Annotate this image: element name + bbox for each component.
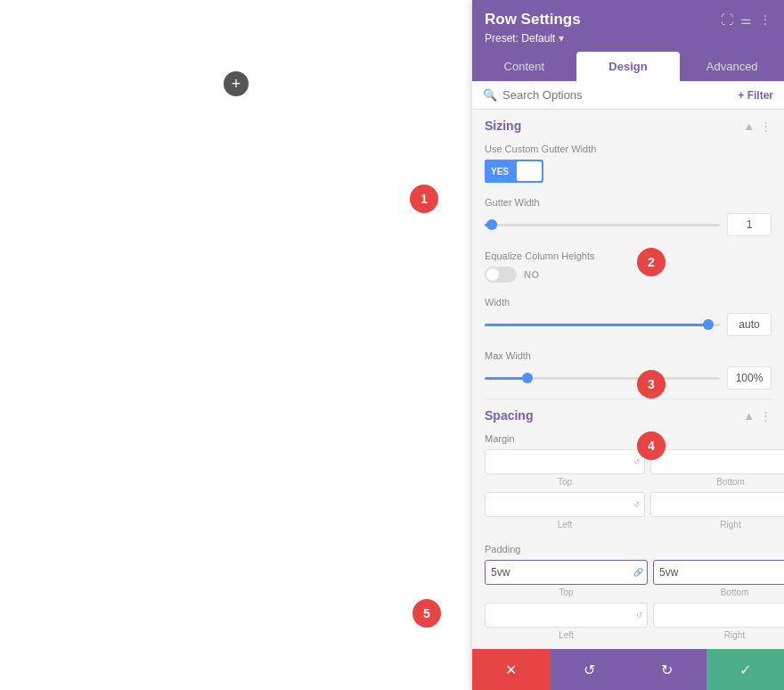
spacing-section-header: Spacing ▲ ⋮	[472, 399, 784, 428]
spacing-title: Spacing	[485, 408, 533, 423]
padding-bottom-input-row: 🔗	[653, 560, 784, 585]
margin-left-link-icon[interactable]: ↺	[630, 500, 644, 509]
step-badge-5: 5	[412, 599, 441, 628]
margin-left-input-row: ↺	[485, 492, 645, 517]
gutter-width-track[interactable]	[485, 224, 720, 226]
margin-label: Margin	[485, 433, 772, 444]
search-input[interactable]	[502, 88, 732, 102]
cancel-icon: ✕	[505, 661, 517, 678]
max-width-label: Max Width	[485, 350, 772, 361]
more-options-icon[interactable]: ⋮	[759, 12, 772, 27]
toggle-yes-no[interactable]: YES	[485, 160, 543, 183]
equalize-heights-toggle: NO	[485, 267, 772, 283]
sizing-title: Sizing	[485, 119, 521, 133]
custom-gutter-toggle[interactable]: YES	[485, 160, 772, 183]
padding-label: Padding	[485, 544, 772, 554]
padding-right-cell: ↺ Right	[653, 603, 784, 640]
width-thumb[interactable]	[703, 319, 714, 330]
tab-advanced[interactable]: Advanced	[680, 52, 784, 81]
padding-left-link-icon[interactable]: ↺	[633, 611, 647, 620]
margin-bottom-input-row: ↺	[650, 449, 784, 474]
padding-bottom-input[interactable]	[654, 566, 784, 579]
sizing-section-controls: ▲ ⋮	[743, 119, 772, 133]
margin-grid: ↺ Top ↺ Bottom ↺	[485, 449, 772, 530]
margin-left-cell: ↺ Left	[485, 492, 645, 530]
redo-button[interactable]: ↻	[628, 649, 706, 690]
margin-right-label: Right	[720, 520, 740, 530]
sizing-section-header: Sizing ▲ ⋮	[472, 110, 784, 138]
margin-bottom-cell: ↺ Bottom	[650, 449, 784, 487]
width-track[interactable]	[485, 324, 720, 326]
custom-gutter-field: Use Custom Gutter Width YES	[472, 138, 784, 192]
margin-field: Margin ↺ Top ↺ Bottom	[472, 428, 784, 538]
margin-right-cell: ↺ Right	[650, 492, 784, 530]
panel-preset: Preset: Default ▾	[485, 32, 772, 45]
gutter-width-slider-row: 1	[485, 213, 772, 236]
sizing-collapse-icon[interactable]: ▲	[743, 119, 755, 133]
spacing-section: Spacing ▲ ⋮ Margin ↺ Top	[472, 399, 784, 649]
reset-icon: ↺	[584, 661, 595, 678]
padding-left-input-row: ↺	[485, 603, 648, 628]
cancel-button[interactable]: ✕	[472, 649, 551, 690]
margin-left-input[interactable]	[486, 498, 630, 511]
padding-top-label: Top	[559, 587, 573, 597]
resize-icon[interactable]: ⛶	[721, 12, 733, 27]
filter-button[interactable]: + Filter	[738, 89, 773, 102]
max-width-fill	[485, 377, 527, 380]
save-icon: ✓	[739, 661, 751, 678]
max-width-thumb[interactable]	[522, 373, 533, 383]
tab-content[interactable]: Content	[472, 52, 576, 81]
padding-left-label: Left	[559, 630, 574, 640]
toggle-no-label: NO	[524, 269, 540, 280]
equalize-heights-field: Equalize Column Heights NO	[472, 245, 784, 292]
padding-right-label: Right	[724, 630, 745, 640]
max-width-value[interactable]: 100%	[727, 366, 772, 390]
padding-top-cell: 🔗 Top	[485, 560, 648, 597]
margin-top-input[interactable]	[486, 456, 630, 468]
gutter-width-value[interactable]: 1	[727, 213, 772, 236]
margin-top-label: Top	[558, 477, 572, 487]
padding-bottom-cell: 🔗 Bottom	[653, 560, 784, 597]
panel-title: Row Settings	[485, 11, 581, 29]
toggle-off-knob[interactable]	[485, 267, 517, 283]
width-fill	[485, 324, 708, 326]
margin-top-input-row: ↺	[485, 449, 645, 474]
reset-button[interactable]: ↺	[551, 649, 629, 690]
padding-top-input-row: 🔗	[485, 560, 648, 585]
sizing-section: Sizing ▲ ⋮ Use Custom Gutter Width YES	[472, 110, 784, 398]
padding-bottom-label: Bottom	[721, 587, 749, 597]
spacing-collapse-icon[interactable]: ▲	[743, 409, 755, 423]
padding-right-input[interactable]	[654, 609, 784, 621]
step-badge-3: 3	[637, 370, 666, 398]
panel-content: Sizing ▲ ⋮ Use Custom Gutter Width YES	[472, 110, 784, 690]
add-element-button[interactable]: +	[224, 71, 249, 96]
save-button[interactable]: ✓	[706, 649, 785, 690]
plus-icon: +	[232, 75, 241, 94]
width-slider-row: auto	[485, 313, 772, 336]
gutter-width-thumb[interactable]	[486, 219, 497, 230]
search-icon: 🔍	[483, 88, 497, 102]
margin-bottom-input[interactable]	[651, 456, 784, 468]
padding-right-input-row: ↺	[653, 603, 784, 628]
spacing-more-icon[interactable]: ⋮	[760, 409, 772, 423]
max-width-field: Max Width 100%	[472, 345, 784, 398]
padding-top-link-icon[interactable]: 🔗	[630, 568, 647, 577]
max-width-track[interactable]	[485, 377, 720, 380]
gutter-width-field: Gutter Width 1	[472, 192, 784, 245]
redo-icon: ↻	[661, 661, 673, 678]
padding-top-input[interactable]	[486, 566, 630, 579]
panel-tabs: Content Design Advanced	[472, 52, 784, 81]
padding-grid: 🔗 Top 🔗 Bottom ↺	[485, 560, 772, 640]
step-badge-2: 2	[637, 248, 666, 276]
padding-left-input[interactable]	[486, 609, 633, 621]
canvas-area: +	[0, 0, 472, 690]
sizing-more-icon[interactable]: ⋮	[760, 119, 772, 133]
columns-icon[interactable]: ⚌	[740, 12, 752, 27]
width-value[interactable]: auto	[727, 313, 772, 336]
padding-left-cell: ↺ Left	[485, 603, 648, 640]
bottom-toolbar: ✕ ↺ ↻ ✓	[472, 649, 784, 690]
margin-right-input[interactable]	[651, 498, 784, 511]
margin-top-link-icon[interactable]: ↺	[630, 457, 644, 466]
tab-design[interactable]: Design	[576, 52, 681, 81]
width-field: Width auto	[472, 292, 784, 345]
